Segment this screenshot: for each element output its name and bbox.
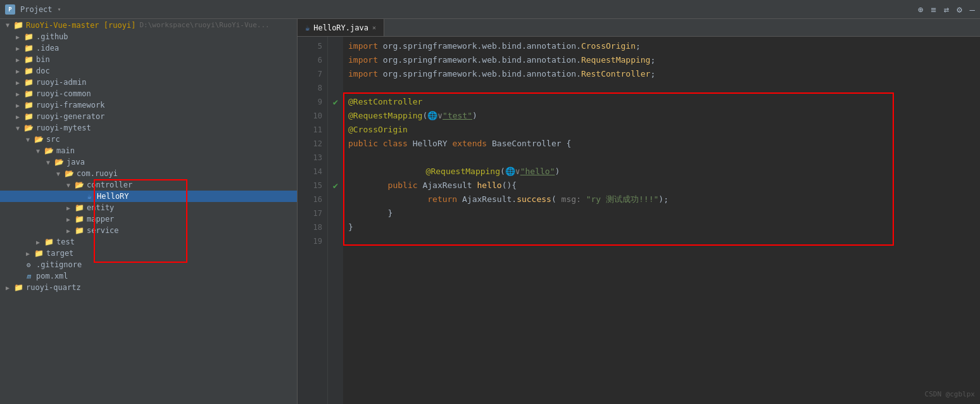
tree-root[interactable]: ▼ 📁 RuoYi-Vue-master [ruoyi] D:\workspac… xyxy=(0,19,297,31)
tab-hellory[interactable]: ☕ HelloRY.java ✕ xyxy=(298,19,384,36)
code-line-19 xyxy=(348,234,975,248)
line-num-8: 8 xyxy=(298,81,322,95)
tree-hellory[interactable]: ☕ HelloRY xyxy=(0,191,297,202)
tree-src[interactable]: ▼ 📂 src xyxy=(0,134,297,145)
tree-ruoyi-common[interactable]: ▶ 📁 ruoyi-common xyxy=(0,88,297,99)
code-line-8 xyxy=(348,81,975,95)
target-arrow: ▶ xyxy=(23,250,33,257)
pom-label: pom.xml xyxy=(36,272,68,281)
admin-folder-icon: 📁 xyxy=(23,78,34,87)
entity-label: entity xyxy=(87,203,114,212)
src-label: src xyxy=(46,135,60,144)
code-line-14: @RequestMapping(🌐∨"hello") xyxy=(348,165,975,179)
settings-icon[interactable]: ⚙ xyxy=(957,4,962,15)
title-bar: P Project ▾ ⊕ ≡ ⇄ ⚙ — xyxy=(0,0,980,19)
test-label: test xyxy=(56,237,75,246)
gutter-18 xyxy=(328,220,343,234)
tree-mapper[interactable]: ▶ 📁 mapper xyxy=(0,213,297,225)
tree-ruoyi-admin[interactable]: ▶ 📁 ruoyi-admin xyxy=(0,77,297,88)
gutter-19 xyxy=(328,234,343,248)
main-arrow: ▼ xyxy=(33,148,43,155)
gitignore-icon: ⚙ xyxy=(23,261,34,269)
pom-icon: m xyxy=(23,272,34,281)
line-num-6: 6 xyxy=(298,53,322,67)
line-num-13: 13 xyxy=(298,151,322,165)
editor-area: ☕ HelloRY.java ✕ 5 6 7 8 9 10 11 12 13 1… xyxy=(298,19,980,404)
tree-main[interactable]: ▼ 📂 main xyxy=(0,145,297,156)
framework-label: ruoyi-framework xyxy=(36,101,104,110)
com-ruoyi-folder-icon: 📂 xyxy=(63,169,75,178)
generator-folder-icon: 📁 xyxy=(23,112,34,121)
gutter-icons: ✔ ✔ xyxy=(328,37,343,404)
idea-label: .idea xyxy=(36,44,59,53)
hellory-java-icon: ☕ xyxy=(84,192,95,201)
quartz-folder-icon: 📁 xyxy=(13,283,24,292)
controller-arrow: ▼ xyxy=(63,182,73,189)
code-line-15: public AjaxResult hello(){ xyxy=(348,179,975,193)
title-bar-left: P Project ▾ xyxy=(5,4,61,15)
code-line-18: } xyxy=(348,220,975,234)
admin-arrow: ▶ xyxy=(13,79,23,86)
add-icon[interactable]: ⊕ xyxy=(918,4,923,15)
framework-arrow: ▶ xyxy=(13,102,23,109)
tree-ruoyi-framework[interactable]: ▶ 📁 ruoyi-framework xyxy=(0,99,297,111)
gutter-7 xyxy=(328,67,343,81)
tree-com-ruoyi[interactable]: ▼ 📂 com.ruoyi xyxy=(0,168,297,179)
title-arrow[interactable]: ▾ xyxy=(58,6,61,13)
idea-folder-icon: 📁 xyxy=(23,44,34,53)
list-icon[interactable]: ≡ xyxy=(931,4,936,15)
tree-ruoyi-generator[interactable]: ▶ 📁 ruoyi-generator xyxy=(0,111,297,122)
mapper-label: mapper xyxy=(87,215,114,224)
entity-folder-icon: 📁 xyxy=(73,203,85,212)
sidebar[interactable]: ▼ 📁 RuoYi-Vue-master [ruoyi] D:\workspac… xyxy=(0,19,298,404)
gutter-8 xyxy=(328,81,343,95)
tree-github[interactable]: ▶ 📁 .github xyxy=(0,31,297,42)
mytest-arrow: ▼ xyxy=(13,125,23,132)
gutter-9[interactable]: ✔ xyxy=(328,95,343,109)
minimize-icon[interactable]: — xyxy=(970,4,975,15)
tree-bin[interactable]: ▶ 📁 bin xyxy=(0,54,297,65)
line-num-11: 11 xyxy=(298,123,322,137)
tree-java[interactable]: ▼ 📂 java xyxy=(0,156,297,168)
line-num-5: 5 xyxy=(298,39,322,53)
tree-ruoyi-quartz[interactable]: ▶ 📁 ruoyi-quartz xyxy=(0,282,297,293)
com-ruoyi-arrow: ▼ xyxy=(53,170,63,177)
common-label: ruoyi-common xyxy=(36,89,91,98)
code-content[interactable]: import org.springframework.web.bind.anno… xyxy=(343,37,980,404)
tab-label: HelloRY.java xyxy=(313,23,368,32)
quartz-label: ruoyi-quartz xyxy=(26,283,81,292)
target-label: target xyxy=(46,249,73,258)
tree-test[interactable]: ▶ 📁 test xyxy=(0,236,297,248)
generator-arrow: ▶ xyxy=(13,113,23,120)
tree-ruoyi-mytest[interactable]: ▼ 📂 ruoyi-mytest xyxy=(0,122,297,134)
tree-doc[interactable]: ▶ 📁 doc xyxy=(0,65,297,77)
tree-entity[interactable]: ▶ 📁 entity xyxy=(0,202,297,213)
gutter-10 xyxy=(328,109,343,123)
sort-icon[interactable]: ⇄ xyxy=(944,4,949,15)
tab-close-button[interactable]: ✕ xyxy=(372,24,376,31)
tree-service[interactable]: ▶ 📁 service xyxy=(0,225,297,236)
src-arrow: ▼ xyxy=(23,136,33,143)
code-line-9: @RestController xyxy=(348,95,975,109)
tab-bar: ☕ HelloRY.java ✕ xyxy=(298,19,980,37)
gutter-15[interactable]: ✔ xyxy=(328,179,343,193)
line-num-17: 17 xyxy=(298,206,322,220)
tree-pom[interactable]: m pom.xml xyxy=(0,270,297,282)
tree-target[interactable]: ▶ 📁 target xyxy=(0,248,297,259)
controller-label: controller xyxy=(87,180,132,189)
line-num-7: 7 xyxy=(298,67,322,81)
tree-gitignore[interactable]: ⚙ .gitignore xyxy=(0,259,297,270)
generator-label: ruoyi-generator xyxy=(36,112,104,121)
gutter-16 xyxy=(328,193,343,206)
tree-controller[interactable]: ▼ 📂 controller xyxy=(0,179,297,191)
doc-arrow: ▶ xyxy=(13,68,23,75)
service-folder-icon: 📁 xyxy=(73,226,85,235)
line-num-9: 9 xyxy=(298,95,322,109)
line-num-10: 10 xyxy=(298,109,322,123)
bin-label: bin xyxy=(36,55,50,64)
com-ruoyi-label: com.ruoyi xyxy=(77,169,118,178)
framework-folder-icon: 📁 xyxy=(23,101,34,110)
root-folder-icon: 📁 xyxy=(13,20,24,30)
src-folder-icon: 📂 xyxy=(33,135,44,144)
tree-idea[interactable]: ▶ 📁 .idea xyxy=(0,42,297,54)
